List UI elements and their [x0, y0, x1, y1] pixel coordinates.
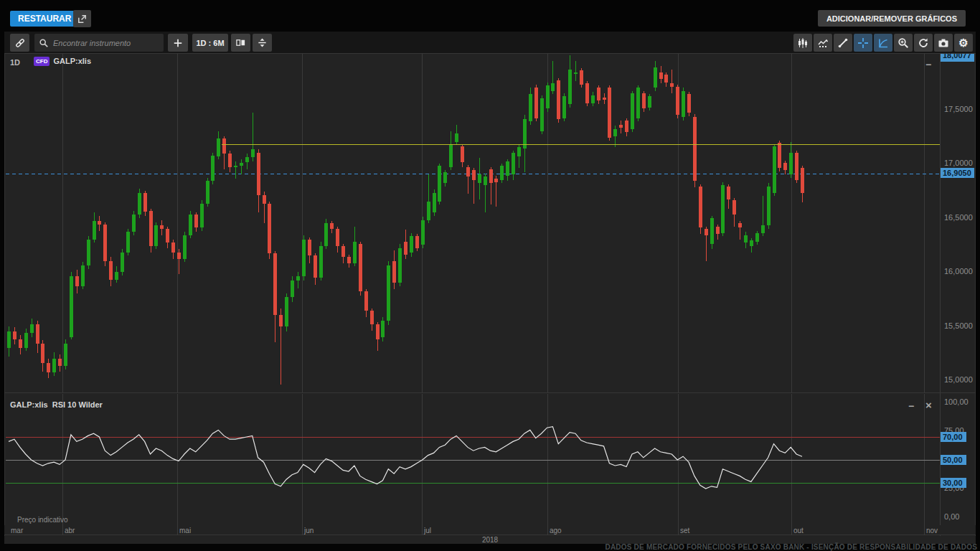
time-axis[interactable]: marabrmaijunjulagosetoutnov [4, 525, 976, 535]
indicators-button[interactable] [814, 34, 832, 52]
candle-body [64, 344, 67, 367]
candle-body [546, 85, 550, 108]
collapse-main-chart-button[interactable]: − [925, 60, 931, 69]
reload-button[interactable] [914, 34, 933, 52]
candle-body [257, 153, 260, 195]
candle-body [194, 215, 198, 227]
month-tick [422, 525, 423, 535]
log-curve-icon [877, 37, 889, 49]
candle-body [687, 94, 691, 113]
price-chart-plot[interactable] [0, 54, 980, 392]
candle-body [608, 88, 611, 138]
pane-divider[interactable] [4, 392, 976, 393]
chart-toolbar: 1D : 6M [4, 32, 976, 54]
period-button[interactable]: 1D : 6M [192, 34, 228, 52]
settings-button[interactable]: ⚙ [954, 34, 973, 52]
candle-body [568, 70, 572, 104]
month-label-nov: nov [926, 527, 938, 534]
add-remove-charts-button[interactable]: ADICIONAR/REMOVER GRÁFICOS [818, 10, 966, 27]
candle-body [13, 331, 17, 339]
candle-body [109, 261, 113, 280]
candle-body [75, 276, 79, 286]
candle-body [166, 229, 169, 243]
candle-body [676, 87, 679, 115]
link-icon [14, 37, 26, 49]
candle-body [591, 95, 595, 103]
rsi-axis-label: 100,00 [944, 397, 969, 406]
candle-body [359, 244, 362, 291]
rsi-header: GALP:xlis RSI 10 Wilder [10, 400, 103, 409]
rsi-chart-plot[interactable] [0, 394, 980, 525]
log-scale-button[interactable] [874, 34, 892, 52]
current-price-badge: 16,9050 [941, 168, 974, 178]
candle-body [494, 179, 498, 182]
candle-body [540, 98, 544, 131]
crosshair-button[interactable] [854, 34, 872, 52]
candle-body [580, 70, 583, 85]
link-instrument-button[interactable] [10, 34, 29, 52]
indicators-icon [817, 37, 829, 49]
layout-button[interactable] [231, 34, 250, 52]
candle-body [183, 235, 187, 259]
add-instrument-button[interactable] [168, 34, 188, 52]
candle-body [795, 153, 798, 180]
candle-body [642, 93, 646, 108]
candle-body [353, 242, 357, 263]
instrument-header: CFDGALP:xlis [30, 57, 91, 67]
candle-body [222, 138, 226, 154]
candle-body [732, 200, 736, 215]
candle-body [154, 225, 158, 246]
candle-body [70, 276, 73, 337]
candle-body [324, 223, 328, 246]
candle-body [149, 211, 153, 245]
trendline-tool-button[interactable] [834, 34, 852, 52]
reload-icon [918, 37, 929, 49]
candle-body [682, 91, 685, 117]
candlestick-style-icon [797, 37, 809, 49]
candle-body [767, 187, 771, 225]
candle-body [449, 144, 453, 167]
month-tick [62, 525, 63, 535]
rsi-line [9, 427, 802, 489]
price-axis-label: 15,0000 [944, 375, 973, 384]
restore-button[interactable]: RESTAURAR [10, 11, 79, 27]
candle-body [19, 339, 22, 348]
month-label-jul: jul [424, 527, 431, 534]
candle-body [314, 255, 317, 277]
open-in-window-button[interactable] [73, 10, 91, 27]
candle-body [58, 359, 62, 367]
chart-style-button[interactable] [793, 34, 812, 52]
snapshot-button[interactable] [934, 34, 953, 52]
search-icon [39, 38, 49, 48]
candle-body [341, 246, 345, 257]
candle-body [302, 240, 306, 276]
candle-body [750, 240, 753, 246]
candle-body [529, 94, 532, 121]
month-label-ago: ago [550, 527, 562, 534]
candle-body [404, 242, 407, 255]
month-label-set: set [680, 527, 689, 534]
collapse-rsi-button[interactable]: − [908, 402, 914, 410]
month-tick [547, 525, 548, 535]
candle-body [427, 202, 430, 220]
gear-icon: ⚙ [958, 37, 968, 48]
candle-body [557, 80, 560, 119]
candle-body [613, 129, 617, 137]
close-rsi-button[interactable]: × [925, 401, 932, 410]
candle-body [330, 223, 334, 229]
candle-body [87, 240, 90, 265]
split-arrows-icon [257, 37, 268, 48]
candle-body [138, 193, 141, 215]
candle-body [484, 176, 487, 185]
candle-body [47, 363, 50, 373]
candle-body [466, 167, 470, 177]
candle-body [716, 227, 720, 235]
instrument-search[interactable] [34, 34, 164, 52]
split-panes-button[interactable] [253, 34, 272, 52]
candle-body [376, 324, 380, 339]
candle-body [81, 265, 85, 286]
candle-body [512, 153, 515, 174]
candle-body [597, 88, 600, 100]
zoom-in-button[interactable] [894, 34, 913, 52]
search-input[interactable] [53, 39, 154, 47]
